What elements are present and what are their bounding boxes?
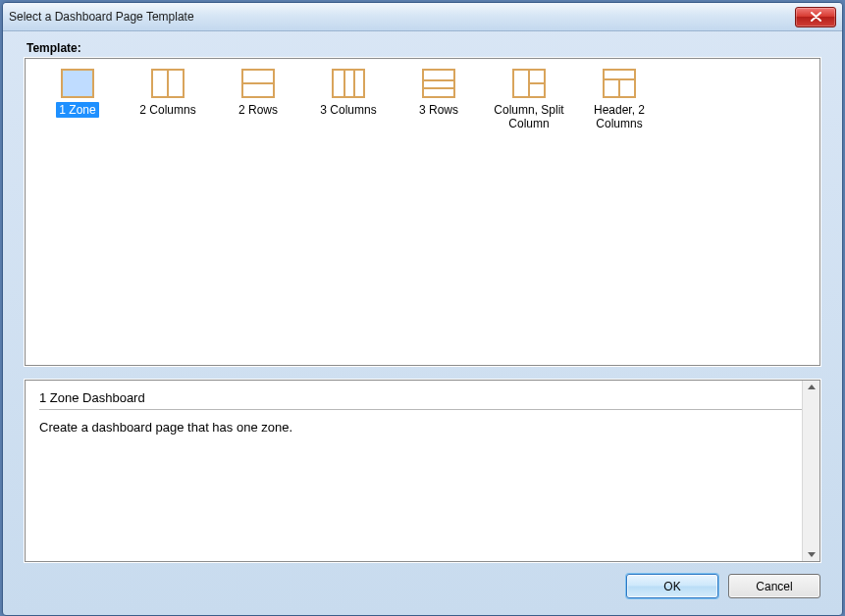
template-item-label: 3 Rows	[416, 102, 461, 118]
template-item[interactable]: 3 Columns	[306, 67, 391, 133]
template-item-label: Header, 2 Columns	[577, 102, 661, 131]
description-text: Create a dashboard page that has one zon…	[39, 420, 806, 435]
window-title: Select a Dashboard Page Template	[9, 10, 194, 24]
close-icon	[811, 12, 821, 22]
template-group-label: Template:	[26, 41, 820, 55]
scroll-down-icon	[808, 552, 816, 557]
template-thumb-icon	[422, 69, 455, 98]
ok-button[interactable]: OK	[626, 574, 718, 598]
template-item-label: 2 Rows	[236, 102, 281, 118]
description-divider	[39, 409, 806, 410]
scroll-up-icon	[808, 385, 816, 389]
template-item[interactable]: 2 Columns	[126, 67, 210, 133]
template-item-label: Column, Split Column	[487, 102, 571, 131]
template-item-label: 2 Columns	[136, 102, 198, 118]
template-item-label: 3 Columns	[317, 102, 379, 118]
template-item[interactable]: Header, 2 Columns	[577, 67, 661, 133]
template-item[interactable]: 2 Rows	[216, 67, 300, 133]
dialog-button-row: OK Cancel	[25, 574, 820, 598]
dialog-window: Select a Dashboard Page Template Templat…	[2, 2, 843, 616]
template-thumb-icon	[151, 69, 185, 98]
template-thumb-icon	[241, 69, 275, 98]
cancel-button[interactable]: Cancel	[728, 574, 820, 598]
description-scrollbar[interactable]	[802, 381, 819, 561]
close-button[interactable]	[795, 7, 836, 27]
template-thumb-icon	[512, 69, 546, 98]
template-thumb-icon	[332, 69, 365, 98]
templates-panel[interactable]: 1 Zone2 Columns2 Rows3 Columns3 RowsColu…	[25, 58, 820, 366]
template-item-label: 1 Zone	[56, 102, 98, 118]
template-thumb-icon	[61, 69, 94, 98]
description-title: 1 Zone Dashboard	[39, 390, 806, 405]
template-item[interactable]: 1 Zone	[35, 67, 120, 133]
titlebar: Select a Dashboard Page Template	[3, 3, 842, 31]
description-panel: 1 Zone Dashboard Create a dashboard page…	[25, 380, 820, 562]
template-thumb-icon	[603, 69, 636, 98]
template-item[interactable]: 3 Rows	[396, 67, 481, 133]
client-area: Template: 1 Zone2 Columns2 Rows3 Columns…	[3, 31, 842, 615]
template-item[interactable]: Column, Split Column	[487, 67, 571, 133]
